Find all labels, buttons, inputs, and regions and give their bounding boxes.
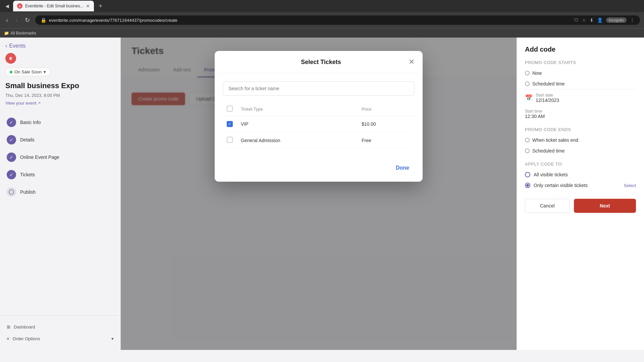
- tab-favicon: e: [17, 3, 22, 9]
- menu-icon[interactable]: ⋮: [630, 17, 635, 23]
- star-icon[interactable]: ☆: [582, 17, 586, 23]
- main-content: Tickets Admission Add-ons Promo codes Ho…: [121, 38, 517, 350]
- nav-icon-publish: [7, 187, 16, 197]
- nav-label-basic-info: Basic Info: [20, 120, 41, 125]
- back-button[interactable]: ‹: [4, 15, 10, 25]
- event-date: Thu, Dec 14, 2023, 8:00 PM: [5, 93, 115, 98]
- sidebar-item-basic-info[interactable]: ✓ Basic Info: [0, 114, 120, 131]
- modal-title: Select Tickets: [233, 59, 409, 66]
- nav-label-tickets: Tickets: [20, 172, 35, 177]
- modal-overlay: Select Tickets ✕ Ticket Type Price: [121, 38, 517, 350]
- tab-title: Eventbrite - Edit Small busines...: [25, 4, 83, 8]
- only-certain-radio[interactable]: [525, 183, 530, 188]
- vip-checkbox-cell[interactable]: ✓: [223, 116, 237, 132]
- on-sale-badge[interactable]: On Sale Soon ▾: [5, 68, 50, 76]
- select-link[interactable]: Select: [624, 183, 636, 188]
- sidebar-item-tickets[interactable]: ✓ Tickets: [0, 166, 120, 183]
- check-icon-online: ✓: [7, 153, 16, 162]
- sidebar-item-online-event[interactable]: ✓ Online Event Page: [0, 148, 120, 166]
- bookmark-icon: 📁: [4, 31, 9, 36]
- general-checkbox-cell[interactable]: [223, 132, 237, 149]
- sidebar-item-details[interactable]: ✓ Details: [0, 131, 120, 148]
- secure-icon: 🔒: [41, 17, 46, 23]
- footer-buttons: Cancel Next: [525, 199, 636, 213]
- vip-ticket-name: VIP: [237, 116, 358, 132]
- profile-icon[interactable]: 👤: [597, 17, 603, 23]
- sidebar-item-publish[interactable]: Publish: [0, 183, 120, 201]
- extension-icon: 🛡: [574, 17, 579, 23]
- all-visible-label: All visible tickets: [534, 172, 568, 177]
- vip-checkbox[interactable]: ✓: [227, 121, 233, 127]
- start-time-info: Start time 12:30 AM: [525, 109, 545, 119]
- sidebar-item-order-options[interactable]: ≡ Order Options ▾: [7, 333, 114, 345]
- only-certain-label: Only certain visible tickets: [534, 183, 588, 188]
- new-tab-button[interactable]: +: [96, 1, 105, 11]
- browser-chrome: ◀ e Eventbrite - Edit Small busines... ✕…: [0, 0, 644, 38]
- app-layout: ‹ Events e On Sale Soon ▾ Small business…: [0, 38, 644, 350]
- reload-button[interactable]: ↻: [23, 15, 32, 25]
- next-button[interactable]: Next: [574, 199, 636, 213]
- price-header: Price: [358, 102, 415, 116]
- active-tab[interactable]: e Eventbrite - Edit Small busines... ✕: [13, 1, 94, 11]
- only-certain-option[interactable]: Only certain visible tickets Select: [525, 180, 636, 191]
- modal-close-button[interactable]: ✕: [409, 58, 415, 66]
- bookmark-item[interactable]: 📁 All Bookmarks: [4, 31, 36, 36]
- tab-close-icon[interactable]: ✕: [86, 3, 90, 9]
- sidebar-nav: ✓ Basic Info ✓ Details ✓ Online Event Pa…: [0, 111, 120, 315]
- sidebar-item-dashboard[interactable]: ⊞ Dashboard: [7, 321, 114, 333]
- general-checkbox[interactable]: [227, 137, 233, 143]
- select-all-checkbox[interactable]: [227, 106, 233, 112]
- start-time-option: Start time 12:30 AM: [525, 106, 636, 122]
- start-date-label: Start date: [536, 93, 559, 98]
- done-button[interactable]: Done: [390, 162, 415, 174]
- right-panel: Add code Promo code starts Now Scheduled…: [517, 38, 644, 350]
- scheduled-start-option[interactable]: Scheduled time: [525, 78, 636, 89]
- when-ticket-sales-option[interactable]: When ticket sales end: [525, 135, 636, 145]
- scheduled-end-option[interactable]: Scheduled time: [525, 145, 636, 156]
- grid-icon: ⊞: [7, 324, 10, 329]
- nav-label-online: Online Event Page: [20, 155, 59, 160]
- svg-point-0: [9, 190, 14, 194]
- ticket-type-header: Ticket Type: [237, 102, 358, 116]
- all-visible-radio[interactable]: [525, 172, 530, 177]
- download-icon[interactable]: ⬇: [590, 17, 594, 23]
- events-link-label: Events: [9, 43, 25, 49]
- view-event-link[interactable]: View your event ↗: [5, 101, 115, 106]
- events-link[interactable]: ‹ Events: [5, 43, 115, 49]
- modal-header: Select Tickets ✕: [215, 51, 423, 73]
- publish-icon: [9, 189, 14, 195]
- apply-code-label: Apply code to:: [525, 162, 636, 167]
- now-option[interactable]: Now: [525, 68, 636, 78]
- ticket-search-input[interactable]: [223, 81, 415, 96]
- forward-button[interactable]: ›: [13, 15, 19, 25]
- apply-code-section: Apply code to: All visible tickets Only …: [525, 162, 636, 191]
- view-event-label: View your event: [5, 101, 36, 106]
- now-radio[interactable]: [525, 71, 530, 75]
- tab-back-btn: ◀: [3, 2, 11, 10]
- start-time-label: Start time: [525, 109, 545, 114]
- when-ticket-sales-radio[interactable]: [525, 138, 530, 142]
- nav-label-details: Details: [20, 137, 35, 142]
- promo-ends-label: Promo code ends: [525, 127, 636, 132]
- external-link-icon: ↗: [38, 101, 41, 105]
- nav-label-publish: Publish: [20, 189, 36, 195]
- eventbrite-logo: e: [5, 53, 16, 64]
- tickets-table: Ticket Type Price ✓ VIP $10.00: [223, 102, 415, 149]
- scheduled-end-radio[interactable]: [525, 148, 530, 153]
- start-date-info: Start date 12/14/2023: [536, 93, 559, 103]
- modal-body: Ticket Type Price ✓ VIP $10.00: [215, 73, 423, 157]
- general-ticket-name: General Admission: [237, 132, 358, 149]
- cancel-button[interactable]: Cancel: [525, 199, 570, 213]
- table-row: ✓ VIP $10.00: [223, 116, 415, 132]
- address-bar[interactable]: 🔒 eventbrite.com/manage/events/776711644…: [35, 15, 640, 25]
- general-ticket-price: Free: [358, 132, 415, 149]
- all-visible-option[interactable]: All visible tickets: [525, 169, 636, 180]
- order-options-label: Order Options: [13, 336, 40, 341]
- sidebar-bottom: ⊞ Dashboard ≡ Order Options ▾: [0, 315, 120, 350]
- on-sale-label: On Sale Soon: [14, 69, 42, 74]
- scheduled-start-radio[interactable]: [525, 81, 530, 86]
- on-sale-dot: [10, 71, 12, 73]
- start-time-value: 12:30 AM: [525, 114, 545, 119]
- chevron-down-order-icon: ▾: [111, 336, 114, 341]
- bookmarks-bar: 📁 All Bookmarks: [0, 28, 644, 38]
